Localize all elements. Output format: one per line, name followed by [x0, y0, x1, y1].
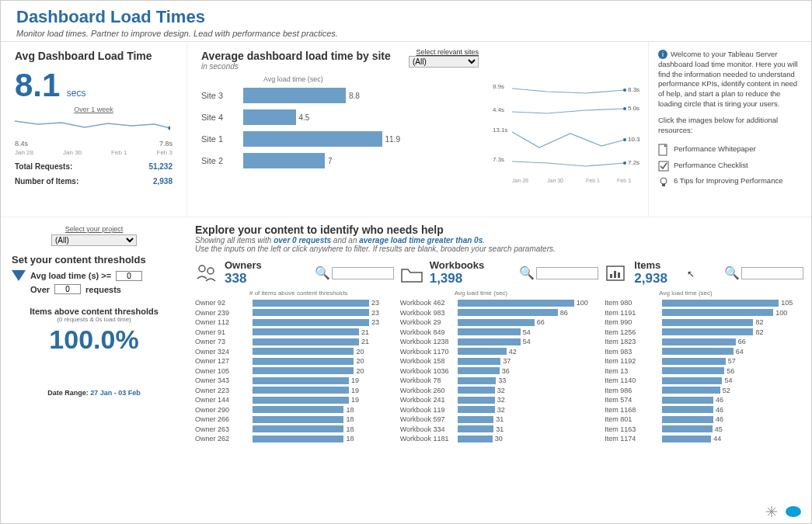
- list-row[interactable]: Owner 34319: [195, 376, 394, 386]
- list-row[interactable]: Item 182366: [605, 337, 803, 347]
- list-row[interactable]: Owner 26318: [195, 425, 394, 435]
- number-items-label: Number of Items:: [15, 177, 78, 186]
- items-search[interactable]: [741, 267, 803, 279]
- owners-count: 338: [225, 271, 262, 286]
- list-row[interactable]: Item 1191100: [605, 308, 803, 318]
- list-row[interactable]: Item 116345: [605, 425, 803, 435]
- list-row[interactable]: Item 1356: [605, 366, 803, 377]
- svg-text:7.3s: 7.3s: [493, 156, 504, 163]
- site-bar-row[interactable]: Site 38.8: [201, 85, 479, 106]
- svg-text:8.9s: 8.9s: [493, 83, 504, 90]
- link-tips[interactable]: 6 Tips for Improving Performance: [658, 176, 802, 187]
- site-bar-row[interactable]: Site 44.5: [201, 106, 479, 128]
- list-row[interactable]: Item 98652: [605, 386, 803, 396]
- over-requests-input[interactable]: [54, 284, 81, 294]
- svg-text:4.4s: 4.4s: [493, 106, 504, 113]
- site-bars-panel: Select relevant sites (All) Average dash…: [187, 42, 493, 217]
- items-column: Items2,938 🔍 Avg load time (sec) Item 98…: [605, 259, 803, 492]
- items-list-header: Avg load time (sec): [659, 290, 803, 297]
- site-bar-row[interactable]: Site 27: [201, 150, 479, 172]
- total-requests-value: 51,232: [148, 162, 173, 171]
- site-bar-row[interactable]: Site 111.9: [201, 128, 479, 150]
- list-row[interactable]: Workbook 7833: [400, 376, 599, 386]
- site-chart-axis-label: Avg load time (sec): [263, 75, 479, 83]
- list-row[interactable]: Item 80146: [605, 415, 803, 425]
- list-row[interactable]: Item 980105: [605, 298, 803, 308]
- owners-list-header: # of items above content thresholds: [249, 290, 394, 297]
- sparkline-chart[interactable]: [15, 116, 170, 134]
- kpi-panel: Avg Dashboard Load Time 8.1 secs Over 1 …: [1, 42, 187, 217]
- svg-point-0: [169, 127, 171, 130]
- svg-text:Jan 30: Jan 30: [547, 178, 563, 183]
- list-row[interactable]: Owner 32420: [195, 347, 394, 357]
- trend-chart[interactable]: 8.9s 8.3s 4.4s 5.0s 13.1s 10.3s 7.3s 7.2…: [493, 78, 640, 186]
- link-whitepaper[interactable]: Performance Whitepaper: [658, 144, 802, 156]
- explore-title: Explore your content to identify who nee…: [195, 224, 803, 236]
- list-row[interactable]: Workbook 15837: [400, 356, 599, 366]
- list-row[interactable]: Owner 9223: [195, 298, 394, 308]
- project-select[interactable]: (All): [51, 234, 137, 246]
- list-row[interactable]: Workbook 123854: [400, 337, 599, 347]
- link-checklist[interactable]: Performance Checklist: [658, 161, 802, 172]
- owners-bars[interactable]: Owner 9223Owner 23923Owner 11223Owner 91…: [195, 298, 394, 444]
- sparkline-label: Over 1 week: [15, 106, 173, 113]
- list-row[interactable]: Workbook 118130: [400, 434, 599, 444]
- owners-column: Owners338 🔍 # of items above content thr…: [195, 259, 394, 492]
- filters-panel: Select your project (All) Set your conte…: [1, 217, 187, 512]
- spark-end: 7.8s: [159, 140, 173, 147]
- avg-load-input[interactable]: [116, 271, 142, 281]
- list-row[interactable]: Workbook 59731: [400, 415, 599, 425]
- page-subtitle: Monitor load times. Partner to improve d…: [16, 29, 796, 38]
- svg-point-31: [786, 506, 801, 517]
- over-label: Over: [30, 285, 50, 294]
- mouse-cursor: ↖: [687, 269, 695, 279]
- list-row[interactable]: Item 116846: [605, 405, 803, 415]
- list-row[interactable]: Item 117444: [605, 434, 803, 444]
- list-row[interactable]: Item 119257: [605, 356, 803, 366]
- list-row[interactable]: Owner 14419: [195, 395, 394, 405]
- spark-start: 8.4s: [15, 140, 28, 147]
- list-row[interactable]: Owner 22319: [195, 386, 394, 396]
- workbooks-bars[interactable]: Workbook 462100Workbook 98386Workbook 29…: [400, 298, 599, 444]
- list-row[interactable]: Workbook 2966: [400, 318, 599, 328]
- list-row[interactable]: Owner 23923: [195, 308, 394, 318]
- list-row[interactable]: Workbook 103636: [400, 366, 599, 377]
- svg-point-22: [207, 268, 214, 274]
- svg-point-5: [623, 107, 626, 110]
- list-row[interactable]: Item 98364: [605, 347, 803, 357]
- items-bars[interactable]: Item 980105Item 1191100Item 99082Item 12…: [605, 298, 803, 444]
- list-row[interactable]: Workbook 117042: [400, 347, 599, 357]
- workbooks-search[interactable]: [536, 267, 598, 279]
- list-row[interactable]: Workbook 26032: [400, 386, 599, 396]
- svg-text:Feb 3: Feb 3: [617, 178, 631, 183]
- list-row[interactable]: Owner 9121: [195, 328, 394, 338]
- workbooks-list-header: Avg load time (sec): [455, 290, 599, 297]
- list-row[interactable]: Workbook 24132: [400, 395, 599, 405]
- kpi-value: 8.1: [15, 67, 60, 103]
- list-row[interactable]: Workbook 84954: [400, 328, 599, 338]
- svg-text:Feb 1: Feb 1: [586, 178, 600, 183]
- list-row[interactable]: Owner 26618: [195, 415, 394, 425]
- list-row[interactable]: Owner 11223: [195, 318, 394, 328]
- total-requests-label: Total Requests:: [15, 162, 72, 171]
- list-row[interactable]: Item 99082: [605, 318, 803, 328]
- list-row[interactable]: Item 125682: [605, 328, 803, 338]
- list-row[interactable]: Owner 10520: [195, 366, 394, 377]
- project-select-label: Select your project: [12, 225, 176, 233]
- list-row[interactable]: Owner 29018: [195, 405, 394, 415]
- avg-load-label: Avg load time (s) >=: [30, 271, 111, 280]
- list-row[interactable]: Owner 26218: [195, 434, 394, 444]
- over-suffix: requests: [85, 285, 121, 294]
- list-row[interactable]: Item 57446: [605, 395, 803, 405]
- site-select[interactable]: (All): [409, 56, 479, 68]
- owners-search[interactable]: [332, 267, 394, 279]
- list-row[interactable]: Owner 12720: [195, 356, 394, 366]
- list-row[interactable]: Workbook 11932: [400, 405, 599, 415]
- list-row[interactable]: Item 114054: [605, 376, 803, 386]
- lightbulb-icon: [658, 176, 669, 187]
- list-row[interactable]: Workbook 33431: [400, 425, 599, 435]
- explore-desc: Showing all items with over 0 requests a…: [195, 236, 803, 245]
- list-row[interactable]: Owner 7321: [195, 337, 394, 347]
- list-row[interactable]: Workbook 462100: [400, 298, 599, 308]
- list-row[interactable]: Workbook 98386: [400, 308, 599, 318]
